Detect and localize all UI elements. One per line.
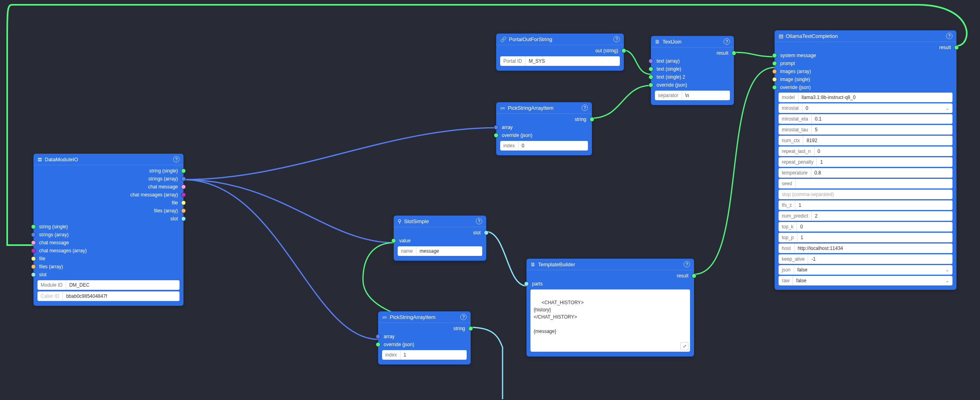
- keep-alive-field[interactable]: keep_alive-1: [779, 254, 952, 264]
- raw-field[interactable]: rawfalse: [779, 276, 952, 285]
- node-title: PickStringArrayItem: [390, 314, 436, 320]
- out-port[interactable]: slot: [394, 229, 486, 237]
- edge: [183, 180, 378, 339]
- expand-icon[interactable]: ⤢: [680, 342, 688, 350]
- in-port[interactable]: override (json): [496, 131, 592, 139]
- in-port[interactable]: text (single) 2: [651, 73, 734, 81]
- help-icon[interactable]: ?: [173, 156, 179, 162]
- out-port[interactable]: result: [775, 44, 956, 51]
- module-id-field[interactable]: Module ID DM_DEC: [37, 280, 179, 290]
- top-k-field[interactable]: top_k0: [779, 222, 952, 232]
- node-ollama-text-completion[interactable]: ▤ OllamaTextCompletion ? result system m…: [775, 30, 956, 290]
- node-title: PortalOutForString: [509, 36, 552, 42]
- node-header[interactable]: 🗎 TemplateBuilder ?: [526, 259, 694, 270]
- in-port[interactable]: parts: [526, 280, 694, 288]
- document-icon: 🗎: [530, 261, 536, 267]
- out-port[interactable]: files (array): [34, 207, 183, 215]
- out-port[interactable]: chat messages (array): [34, 191, 183, 199]
- help-icon[interactable]: ?: [684, 261, 690, 267]
- model-field[interactable]: modelllama3.1:8b-instruct-q8_0: [779, 93, 952, 102]
- in-port[interactable]: system message: [775, 51, 956, 59]
- document-icon: 🗎: [655, 39, 660, 45]
- node-portal-out-for-string[interactable]: 🔗 PortalOutForString ? out (string) Port…: [496, 34, 624, 71]
- in-port[interactable]: override (json): [378, 341, 471, 349]
- index-field[interactable]: index 1: [382, 350, 467, 360]
- caller-id-field[interactable]: Caller ID bbab0c985404847f: [37, 291, 179, 301]
- top-p-field[interactable]: top_p1: [779, 233, 952, 242]
- separator-field[interactable]: separator \n: [655, 91, 730, 100]
- help-icon[interactable]: ?: [582, 105, 588, 111]
- num-predict-field[interactable]: num_predict2: [779, 211, 952, 221]
- help-icon[interactable]: ?: [946, 33, 952, 39]
- out-port[interactable]: string: [378, 325, 471, 333]
- portal-id-field[interactable]: Portal ID M_SYS: [500, 56, 620, 66]
- out-port[interactable]: string (single): [34, 167, 183, 175]
- in-port[interactable]: string (single): [34, 223, 183, 231]
- in-port[interactable]: text (single): [651, 65, 734, 73]
- template-textarea[interactable]: <CHAT_HISTORY> {history} </CHAT_HISTORY>…: [530, 289, 690, 352]
- node-title: PickStringArrayItem: [508, 105, 554, 111]
- help-icon[interactable]: ?: [460, 314, 467, 320]
- node-header[interactable]: 🗎 TextJoin ?: [651, 36, 734, 48]
- in-port[interactable]: text (array): [651, 57, 734, 65]
- in-port[interactable]: value: [394, 237, 486, 245]
- name-field[interactable]: name message: [398, 246, 482, 256]
- out-port[interactable]: out (string): [496, 47, 624, 55]
- in-port[interactable]: array: [496, 123, 592, 131]
- node-text-join[interactable]: 🗎 TextJoin ? result text (array) text (s…: [651, 36, 734, 105]
- node-title: DataModuleIO: [45, 156, 78, 162]
- help-icon[interactable]: ?: [476, 218, 482, 224]
- in-port[interactable]: override (json): [651, 81, 734, 89]
- list-icon: ≔: [500, 105, 505, 111]
- node-pick-string-array-item-0[interactable]: ≔ PickStringArrayItem ? string array ove…: [496, 102, 592, 155]
- mirostat-eta-field[interactable]: mirostat_eta0.1: [779, 114, 952, 124]
- edge: [592, 85, 651, 118]
- in-port[interactable]: prompt: [775, 59, 956, 67]
- in-port[interactable]: strings (array): [34, 231, 183, 239]
- num-ctx-field[interactable]: num_ctx8192: [779, 136, 952, 145]
- node-pick-string-array-item-1[interactable]: ≔ PickStringArrayItem ? string array ove…: [378, 311, 471, 364]
- in-port[interactable]: array: [378, 333, 471, 341]
- node-data-module-io[interactable]: 𝌆 DataModuleIO ? string (single) strings…: [34, 154, 183, 306]
- node-header[interactable]: ≔ PickStringArrayItem ?: [378, 311, 471, 323]
- mirostat-tau-field[interactable]: mirostat_tau5: [779, 125, 952, 135]
- node-header[interactable]: 🔗 PortalOutForString ?: [496, 34, 624, 45]
- stop-field[interactable]: stop (comma-separated): [779, 190, 952, 199]
- node-header[interactable]: ▤ OllamaTextCompletion ?: [775, 30, 956, 42]
- repeat-penalty-field[interactable]: repeat_penalty1: [779, 157, 952, 167]
- seed-field[interactable]: seed: [779, 179, 952, 188]
- edge: [183, 180, 394, 243]
- temperature-field[interactable]: temperature0.8: [779, 168, 952, 178]
- edge: [183, 128, 497, 180]
- in-port[interactable]: file: [34, 255, 183, 263]
- in-port[interactable]: slot: [34, 271, 183, 279]
- node-header[interactable]: ≔ PickStringArrayItem ?: [496, 102, 592, 114]
- in-port[interactable]: chat message: [34, 239, 183, 247]
- help-icon[interactable]: ?: [613, 36, 620, 42]
- out-port[interactable]: result: [526, 272, 694, 280]
- node-header[interactable]: 𝌆 DataModuleIO ?: [34, 154, 183, 165]
- in-port[interactable]: override (json): [775, 83, 956, 91]
- out-port[interactable]: file: [34, 199, 183, 207]
- edge: [622, 50, 651, 74]
- host-field[interactable]: hosthttp://localhost:11434: [779, 244, 952, 253]
- out-port[interactable]: chat message: [34, 183, 183, 191]
- tfs-z-field[interactable]: tfs_z1: [779, 200, 952, 210]
- node-header[interactable]: ⚲ SlotSimple ?: [394, 216, 486, 227]
- list-icon: ≔: [382, 314, 387, 320]
- in-port[interactable]: image (single): [775, 75, 956, 83]
- out-port[interactable]: result: [651, 49, 734, 57]
- mirostat-field[interactable]: mirostat0: [779, 103, 952, 113]
- node-slot-simple[interactable]: ⚲ SlotSimple ? slot value name message: [394, 216, 486, 261]
- json-field[interactable]: jsonfalse: [779, 265, 952, 275]
- out-port[interactable]: string: [496, 115, 592, 123]
- in-port[interactable]: files (array): [34, 263, 183, 271]
- index-field[interactable]: index 0: [500, 141, 588, 150]
- repeat-last-n-field[interactable]: repeat_last_n0: [779, 147, 952, 156]
- out-port[interactable]: slot: [34, 215, 183, 223]
- out-port[interactable]: strings (array): [34, 175, 183, 183]
- node-template-builder[interactable]: 🗎 TemplateBuilder ? result parts <CHAT_H…: [526, 259, 694, 356]
- help-icon[interactable]: ?: [724, 38, 730, 45]
- in-port[interactable]: chat messages (array): [34, 247, 183, 255]
- in-port[interactable]: images (array): [775, 67, 956, 75]
